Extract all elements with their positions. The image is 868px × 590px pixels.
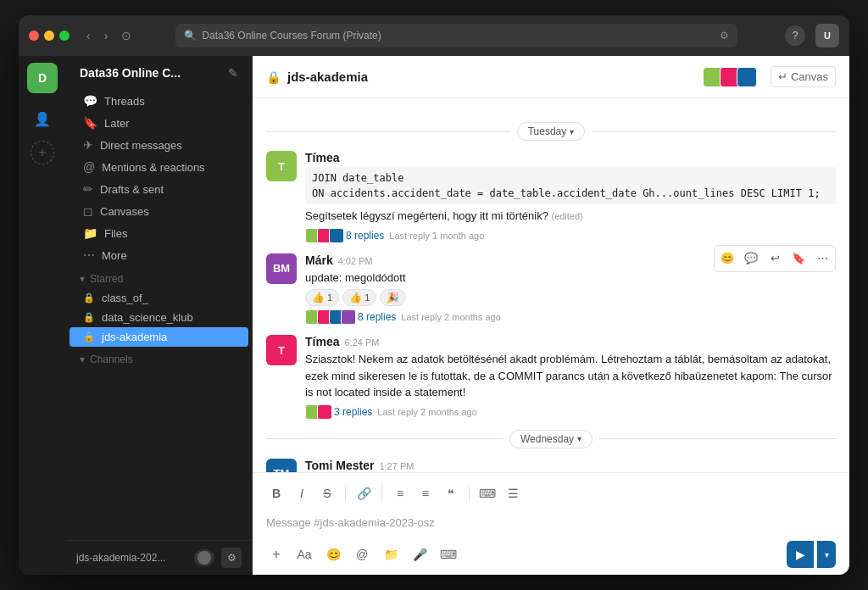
msg-time-3: 6:24 PM [344, 337, 379, 348]
reaction-thumbsup[interactable]: 👍1 [305, 289, 339, 306]
sidebar-item-files[interactable]: 📁 Files [70, 222, 248, 244]
canvas-label: Canvas [791, 70, 828, 83]
mention-button[interactable]: @ [351, 543, 373, 565]
sidebar-item-later-label: Later [104, 117, 130, 130]
channel-lock-icon: 🔒 [266, 70, 281, 84]
help-button[interactable]: ? [785, 25, 805, 46]
more-format-button[interactable]: ☰ [503, 483, 523, 504]
msg-name-3: Tímea [305, 335, 339, 348]
canvases-icon: ◻ [83, 204, 93, 218]
workspace-name: Data36 Online C... [80, 66, 221, 80]
messages-area[interactable]: Tuesday ▾ T Tímea JOIN date_table ON [253, 98, 849, 472]
toolbar-divider-2 [381, 485, 382, 502]
channel-item-data-science[interactable]: 🔒 data_science_klub [70, 308, 248, 327]
user-avatar[interactable]: U [815, 24, 839, 47]
workspace-icon[interactable]: D [27, 63, 58, 93]
sidebar-item-threads-label: Threads [104, 95, 145, 108]
message-input[interactable]: Message #jds-akademia-2023-osz [266, 507, 836, 537]
reaction-celebrate[interactable]: 🎉 [380, 289, 406, 306]
add-attachment-button[interactable]: + [266, 544, 287, 565]
avatar-timea-2: T [266, 335, 297, 365]
speech-bubble-button[interactable]: 💬 [740, 248, 762, 270]
send-main-button[interactable]: ▶ [787, 541, 814, 568]
replies-link-1[interactable]: 8 replies [346, 230, 384, 242]
channel-item-jds-akademia[interactable]: 🔒 jds-akademia [70, 327, 248, 347]
toggle-dot [198, 551, 211, 565]
canvas-button[interactable]: ↵ Canvas [771, 66, 836, 87]
day-label-wednesday: Wednesday [520, 433, 574, 445]
audio-button[interactable]: 🎤 [409, 543, 431, 565]
shortcut-button[interactable]: ⌨ [437, 543, 459, 565]
settings-button[interactable]: ⚙ [221, 548, 242, 568]
replies-time-2: Last reply 2 months ago [401, 312, 500, 322]
traffic-lights [29, 31, 70, 41]
canvas-icon: ↵ [778, 70, 787, 83]
nav-history-button[interactable]: ⊙ [118, 25, 135, 46]
emoji-react-button[interactable]: 😊 [716, 248, 738, 270]
channels-section-header[interactable]: ▾ Channels [66, 347, 252, 369]
starred-section-header[interactable]: ▾ Starred [66, 266, 252, 288]
msg-header-1: Tímea [305, 151, 836, 164]
header-avatar-3 [737, 67, 757, 87]
reply-avatars-1 [305, 228, 341, 243]
share-button[interactable]: ↩ [764, 248, 786, 270]
reaction-count-1: 1 [327, 292, 332, 303]
reaction-fire[interactable]: 👍1 [342, 289, 376, 306]
maximize-button[interactable] [59, 31, 70, 41]
close-button[interactable] [29, 31, 39, 41]
ordered-list-button[interactable]: ≡ [390, 483, 410, 504]
sidebar-item-threads[interactable]: 💬 Threads [70, 90, 248, 112]
strikethrough-button[interactable]: S [317, 483, 337, 504]
nav-back-button[interactable]: ‹ [83, 25, 94, 46]
send-button-group: ▶ ▾ [787, 541, 836, 568]
italic-button[interactable]: I [292, 483, 312, 504]
more-actions-button[interactable]: ⋯ [811, 248, 833, 270]
nav-forward-button[interactable]: › [101, 25, 112, 46]
reply-avatars-2 [305, 309, 353, 325]
bookmark-button[interactable]: 🔖 [787, 248, 810, 270]
reply-av-3 [329, 228, 344, 243]
file-button[interactable]: 📁 [380, 543, 402, 565]
chevron-down-icon-wed: ▾ [577, 434, 581, 443]
replies-link-2[interactable]: 8 replies [358, 311, 396, 323]
sidebar-item-later[interactable]: 🔖 Later [70, 112, 248, 134]
link-button[interactable]: 🔗 [353, 483, 374, 504]
day-badge-tuesday[interactable]: Tuesday ▾ [517, 122, 586, 141]
message-placeholder: Message #jds-akademia-2023-osz [266, 516, 435, 529]
status-toggle[interactable] [194, 549, 214, 566]
sidebar-item-mentions[interactable]: @ Mentions & reactions [70, 156, 248, 178]
files-icon: 📁 [83, 226, 97, 240]
add-workspace-button[interactable]: + [31, 141, 54, 164]
icon-sidebar-user-btn[interactable]: 👤 [27, 103, 58, 134]
day-label-tuesday: Tuesday [528, 125, 567, 137]
starred-label: Starred [90, 273, 123, 285]
replies-link-3[interactable]: 3 replies [334, 406, 372, 418]
unordered-list-button[interactable]: ≡ [415, 483, 436, 504]
chat-area: 🔒 jds-akademia ↵ Canvas Tue [253, 56, 849, 575]
filter-icon[interactable]: ⚙ [720, 30, 729, 42]
code-button[interactable]: ⌨ [477, 483, 498, 504]
sidebar-item-canvases[interactable]: ◻ Canvases [70, 200, 248, 222]
day-divider-tuesday: Tuesday ▾ [266, 122, 836, 141]
sidebar-item-drafts[interactable]: ✏ Drafts & sent [70, 178, 248, 200]
search-bar[interactable]: 🔍 Data36 Online Courses Forum (Private) … [175, 24, 737, 47]
blockquote-button[interactable]: ❝ [441, 483, 461, 504]
workspace-header[interactable]: Data36 Online C... ✎ [66, 56, 252, 90]
msg-time-4: 1:27 PM [379, 461, 414, 471]
lock-icon-2: 🔒 [83, 312, 95, 323]
emoji-button[interactable]: 😊 [322, 543, 344, 565]
sidebar-item-more-label: More [102, 249, 127, 262]
titlebar: ‹ › ⊙ 🔍 Data36 Online Courses Forum (Pri… [19, 15, 849, 56]
bold-button[interactable]: B [266, 483, 287, 504]
sidebar-item-direct-messages[interactable]: ✈ Direct messages [70, 134, 248, 156]
sidebar-item-more[interactable]: ⋯ More [70, 244, 248, 266]
msg-name-4: Tomi Mester [305, 459, 374, 472]
toolbar-divider-1 [345, 485, 346, 502]
day-badge-wednesday[interactable]: Wednesday ▾ [509, 430, 593, 448]
lock-icon: 🔒 [83, 292, 95, 303]
minimize-button[interactable] [44, 31, 54, 41]
text-size-button[interactable]: Aa [293, 543, 315, 565]
channel-item-class-of[interactable]: 🔒 class_of_ [70, 288, 248, 308]
send-dropdown-button[interactable]: ▾ [817, 541, 836, 568]
toolbar-divider-3 [469, 485, 470, 502]
